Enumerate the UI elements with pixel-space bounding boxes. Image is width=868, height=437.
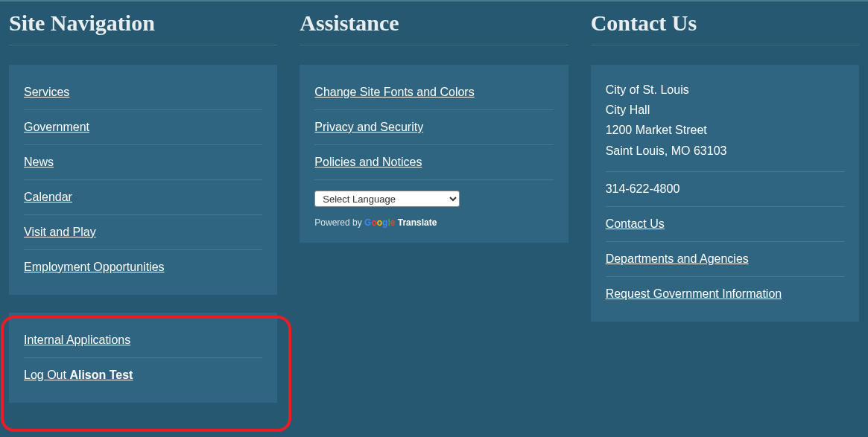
- address-line3: 1200 Market Street: [606, 120, 844, 140]
- link-policies-notices[interactable]: Policies and Notices: [314, 145, 553, 180]
- assistance-column: Assistance Change Site Fonts and Colors …: [300, 1, 568, 403]
- contact-panel: City of St. Louis City Hall 1200 Market …: [591, 65, 859, 322]
- powered-by-label: Powered by Google Translate: [314, 210, 553, 232]
- link-change-fonts-colors[interactable]: Change Site Fonts and Colors: [314, 75, 553, 110]
- contact-heading: Contact Us: [591, 4, 859, 45]
- link-request-gov-info[interactable]: Request Government Information: [606, 277, 844, 311]
- nav-link-visit-and-play[interactable]: Visit and Play: [24, 215, 262, 250]
- nav-link-internal-applications[interactable]: Internal Applications: [24, 323, 262, 358]
- site-navigation-column: Site Navigation Services Government News…: [9, 1, 277, 403]
- logout-prefix: Log Out: [24, 369, 69, 381]
- google-logo-icon: Google: [364, 217, 395, 228]
- site-navigation-heading: Site Navigation: [9, 4, 277, 45]
- internal-panel: Internal Applications Log Out Alison Tes…: [9, 313, 277, 403]
- powered-by-text: Powered by: [314, 217, 364, 228]
- nav-link-log-out[interactable]: Log Out Alison Test: [24, 358, 262, 392]
- logout-username: Alison Test: [69, 369, 133, 381]
- assistance-panel: Change Site Fonts and Colors Privacy and…: [300, 65, 568, 243]
- contact-phone: 314-622-4800: [606, 172, 844, 207]
- translate-row: Select Language: [314, 180, 553, 210]
- nav-link-news[interactable]: News: [24, 145, 262, 180]
- contact-address: City of St. Louis City Hall 1200 Market …: [606, 75, 844, 172]
- language-select[interactable]: Select Language: [314, 191, 460, 207]
- address-line1: City of St. Louis: [606, 80, 844, 100]
- nav-link-calendar[interactable]: Calendar: [24, 180, 262, 215]
- address-line2: City Hall: [606, 100, 844, 120]
- link-privacy-security[interactable]: Privacy and Security: [314, 110, 553, 145]
- assistance-heading: Assistance: [300, 4, 568, 45]
- nav-link-employment[interactable]: Employment Opportunities: [24, 250, 262, 284]
- address-line4: Saint Louis, MO 63103: [606, 141, 844, 161]
- link-contact-us[interactable]: Contact Us: [606, 207, 844, 242]
- link-departments-agencies[interactable]: Departments and Agencies: [606, 242, 844, 277]
- site-navigation-panel: Services Government News Calendar Visit …: [9, 65, 277, 295]
- contact-column: Contact Us City of St. Louis City Hall 1…: [591, 1, 859, 403]
- nav-link-services[interactable]: Services: [24, 75, 262, 110]
- translate-word: Translate: [395, 217, 437, 228]
- nav-link-government[interactable]: Government: [24, 110, 262, 145]
